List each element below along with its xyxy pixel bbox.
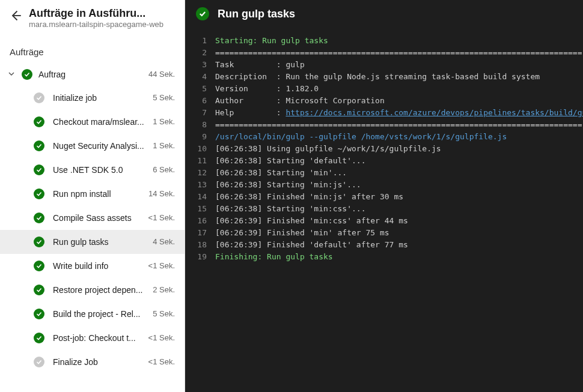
check-icon bbox=[34, 333, 44, 343]
step-duration: <1 Sek. bbox=[148, 357, 175, 366]
job-row[interactable]: Auftrag 44 Sek. bbox=[0, 63, 185, 86]
step-row[interactable]: Post-job: Checkout t...<1 Sek. bbox=[0, 326, 185, 350]
step-name: Post-job: Checkout t... bbox=[53, 333, 140, 343]
section-label: Aufträge bbox=[0, 35, 185, 63]
job-duration: 44 Sek. bbox=[148, 70, 175, 79]
step-duration: <1 Sek. bbox=[148, 333, 175, 342]
check-icon bbox=[34, 261, 44, 271]
step-duration: 1 Sek. bbox=[153, 117, 175, 126]
help-link[interactable]: https://docs.microsoft.com/azure/devops/… bbox=[285, 108, 583, 117]
page-title: Aufträge in Ausführu... bbox=[29, 7, 163, 20]
check-icon bbox=[34, 285, 44, 295]
step-row[interactable]: Write build info<1 Sek. bbox=[0, 254, 185, 278]
step-name: Run npm install bbox=[53, 189, 140, 199]
circle-icon bbox=[34, 92, 44, 103]
sidebar: Aufträge in Ausführu... mara.mslearn-tai… bbox=[0, 0, 185, 392]
step-duration: 5 Sek. bbox=[153, 93, 175, 102]
step-row[interactable]: Nuget Security Analysi...1 Sek. bbox=[0, 134, 185, 158]
step-name: Compile Sass assets bbox=[53, 213, 140, 223]
check-icon bbox=[34, 237, 44, 247]
step-row[interactable]: Initialize job5 Sek. bbox=[0, 86, 185, 110]
page-subtitle: mara.mslearn-tailspin-spacegame-web bbox=[29, 20, 163, 30]
check-icon bbox=[34, 213, 44, 223]
check-icon bbox=[34, 140, 44, 151]
step-name: Initialize job bbox=[53, 93, 144, 103]
step-duration: 4 Sek. bbox=[153, 237, 175, 246]
step-name: Checkout mara/mslear... bbox=[53, 117, 144, 127]
back-arrow-icon[interactable] bbox=[10, 10, 22, 22]
step-duration: 5 Sek. bbox=[153, 309, 175, 318]
check-icon bbox=[34, 188, 44, 199]
step-row[interactable]: Finalize Job<1 Sek. bbox=[0, 350, 185, 374]
step-name: Restore project depen... bbox=[53, 285, 144, 295]
log-title: Run gulp tasks bbox=[218, 8, 295, 20]
step-duration: 2 Sek. bbox=[153, 285, 175, 294]
chevron-down-icon bbox=[7, 70, 16, 79]
step-row[interactable]: Use .NET SDK 5.06 Sek. bbox=[0, 158, 185, 182]
check-icon bbox=[22, 69, 32, 80]
step-duration: 14 Sek. bbox=[148, 189, 175, 198]
step-name: Run gulp tasks bbox=[53, 237, 144, 247]
check-icon bbox=[34, 116, 44, 127]
step-duration: <1 Sek. bbox=[148, 261, 175, 270]
check-icon bbox=[34, 309, 44, 319]
log-output[interactable]: 12345678910111213141516171819 Starting: … bbox=[185, 35, 583, 275]
log-panel: Run gulp tasks 1234567891011121314151617… bbox=[185, 0, 583, 392]
step-duration: <1 Sek. bbox=[148, 213, 175, 222]
check-icon bbox=[196, 7, 209, 20]
check-icon bbox=[34, 164, 44, 175]
step-name: Nuget Security Analysi... bbox=[53, 141, 144, 151]
step-name: Write build info bbox=[53, 261, 140, 271]
circle-icon bbox=[34, 357, 44, 367]
step-row[interactable]: Build the project - Rel...5 Sek. bbox=[0, 302, 185, 326]
step-name: Build the project - Rel... bbox=[53, 309, 144, 319]
step-row[interactable]: Compile Sass assets<1 Sek. bbox=[0, 206, 185, 230]
step-row[interactable]: Run npm install14 Sek. bbox=[0, 182, 185, 206]
step-row[interactable]: Run gulp tasks4 Sek. bbox=[0, 230, 185, 254]
step-duration: 1 Sek. bbox=[153, 141, 175, 150]
job-name: Auftrag bbox=[38, 70, 66, 79]
step-name: Finalize Job bbox=[53, 357, 140, 367]
step-row[interactable]: Checkout mara/mslear...1 Sek. bbox=[0, 110, 185, 134]
step-row[interactable]: Restore project depen...2 Sek. bbox=[0, 278, 185, 302]
step-name: Use .NET SDK 5.0 bbox=[53, 165, 144, 175]
step-duration: 6 Sek. bbox=[153, 165, 175, 174]
